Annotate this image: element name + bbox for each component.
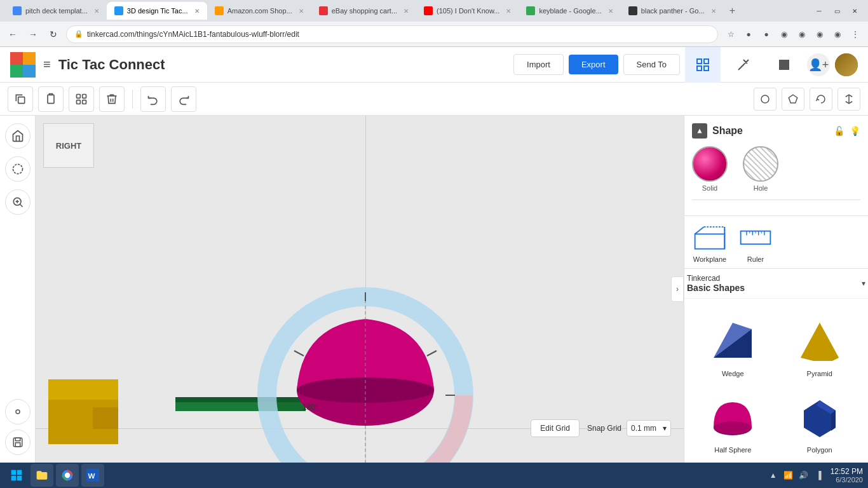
solid-color-circle[interactable] bbox=[692, 146, 728, 182]
workplane-tool[interactable]: Workplane bbox=[692, 221, 728, 263]
extension4-icon[interactable]: ◉ bbox=[794, 27, 810, 42]
save-button[interactable] bbox=[5, 430, 31, 455]
expand-button[interactable] bbox=[5, 399, 31, 424]
bookmark-icon[interactable]: ☆ bbox=[723, 27, 738, 42]
group-button[interactable] bbox=[69, 86, 94, 112]
library-dropdown-icon[interactable]: ▾ bbox=[862, 279, 865, 288]
extension2-icon[interactable]: ● bbox=[759, 27, 774, 42]
folder-icon bbox=[36, 469, 48, 482]
paste-button[interactable] bbox=[38, 86, 64, 112]
tab-favicon-key bbox=[526, 6, 535, 15]
forward-button[interactable]: → bbox=[25, 27, 41, 42]
tab-close-keyblade[interactable]: ✕ bbox=[608, 8, 613, 15]
shape-polygon[interactable]: Polygon bbox=[779, 388, 861, 459]
extension1-icon[interactable]: ● bbox=[741, 27, 756, 42]
taskbar-clock[interactable]: 12:52 PM 6/3/2020 bbox=[831, 467, 863, 484]
hole-color-circle[interactable] bbox=[743, 146, 778, 182]
pickaxe-button[interactable] bbox=[726, 47, 761, 83]
menu-grid-icon[interactable]: ≡ bbox=[43, 57, 51, 72]
maximize-button[interactable]: ▭ bbox=[829, 5, 845, 17]
library-header[interactable]: Tinkercad Basic Shapes ▾ bbox=[684, 269, 868, 299]
tab-amazon[interactable]: Amazon.com Shop... ✕ bbox=[207, 2, 311, 20]
shape-divider bbox=[692, 200, 860, 200]
group-icon bbox=[75, 93, 88, 105]
tab-close-amazon[interactable]: ✕ bbox=[299, 8, 304, 15]
url-bar[interactable]: 🔒 tinkercad.com/things/cYnMAicL1B1-fanta… bbox=[66, 25, 718, 43]
tab-3d-design[interactable]: 3D design Tic Tac... ✕ bbox=[107, 2, 207, 20]
rotation-button[interactable] bbox=[810, 88, 832, 111]
duplicate-button[interactable] bbox=[8, 86, 33, 112]
solid-option[interactable]: Solid bbox=[692, 146, 728, 192]
close-button[interactable]: ✕ bbox=[846, 5, 863, 17]
start-button[interactable] bbox=[5, 464, 28, 487]
snap-grid-input[interactable]: 0.1 mm ▾ bbox=[627, 420, 671, 437]
user-avatar[interactable] bbox=[835, 53, 858, 76]
taskbar-volume-icon[interactable]: 🔊 bbox=[797, 469, 810, 482]
zoom-button[interactable] bbox=[5, 189, 31, 215]
polygon-mode-button[interactable] bbox=[782, 88, 804, 111]
windows-icon bbox=[10, 469, 23, 482]
shape-collapse-button[interactable] bbox=[692, 123, 707, 139]
light-icon[interactable]: 💡 bbox=[850, 126, 860, 136]
file-explorer-button[interactable] bbox=[31, 464, 53, 487]
tinkercad-logo[interactable] bbox=[10, 52, 36, 78]
polygon-label: Polygon bbox=[807, 446, 832, 454]
tab-close-3d[interactable]: ✕ bbox=[194, 8, 200, 15]
menu-icon[interactable]: ⋮ bbox=[848, 27, 863, 42]
ruler-tool[interactable]: Ruler bbox=[738, 221, 773, 263]
refresh-button[interactable]: ↻ bbox=[46, 27, 61, 42]
back-button[interactable]: ← bbox=[5, 27, 20, 42]
tab-youtube[interactable]: (105) I Don't Know... ✕ bbox=[416, 2, 519, 20]
box-button[interactable] bbox=[766, 47, 802, 83]
shape-half-sphere[interactable]: Half Sphere bbox=[692, 388, 774, 459]
undo-button[interactable] bbox=[140, 86, 166, 112]
tab-favicon-ebay bbox=[319, 6, 328, 15]
shape-mode-button[interactable] bbox=[754, 88, 776, 111]
extension6-icon[interactable]: ◉ bbox=[830, 27, 845, 42]
word-taskbar-button[interactable]: W bbox=[81, 464, 104, 487]
grid-view-button[interactable] bbox=[685, 47, 721, 83]
yellow-block-1[interactable] bbox=[48, 379, 118, 400]
tab-ebay[interactable]: eBay shopping cart... ✕ bbox=[311, 2, 416, 20]
tab-keyblade[interactable]: keyblade - Google... ✕ bbox=[519, 2, 620, 20]
taskbar-battery-icon[interactable]: ▐ bbox=[813, 469, 825, 482]
word-icon: W bbox=[86, 469, 99, 482]
tab-pitch-deck[interactable]: pitch deck templat... ✕ bbox=[5, 2, 107, 20]
select-button[interactable] bbox=[5, 156, 31, 182]
snap-grid-label: Snap Grid bbox=[587, 424, 621, 433]
canvas-area[interactable]: RIGHT bbox=[36, 116, 684, 463]
send-to-button[interactable]: Send To bbox=[623, 54, 680, 75]
toolbar-right bbox=[754, 88, 860, 111]
shape-pyramid[interactable]: Pyramid bbox=[779, 311, 861, 383]
address-bar: ← → ↻ 🔒 tinkercad.com/things/cYnMAicL1B1… bbox=[0, 22, 868, 47]
taskbar-arrow-icon[interactable]: ▲ bbox=[767, 469, 780, 482]
redo-button[interactable] bbox=[171, 86, 196, 112]
new-tab-button[interactable]: + bbox=[724, 2, 742, 20]
tab-close-ebay[interactable]: ✕ bbox=[403, 8, 409, 15]
lock-shape-icon[interactable]: 🔓 bbox=[834, 126, 844, 136]
edit-grid-button[interactable]: Edit Grid bbox=[531, 419, 580, 437]
home-button[interactable] bbox=[5, 123, 31, 149]
tab-close-youtube[interactable]: ✕ bbox=[506, 8, 511, 15]
add-user-button[interactable]: 👤+ bbox=[807, 53, 830, 76]
minimize-button[interactable]: ─ bbox=[811, 5, 827, 17]
tab-close-black-panther[interactable]: ✕ bbox=[711, 8, 716, 15]
extension5-icon[interactable]: ◉ bbox=[812, 27, 827, 42]
export-button[interactable]: Export bbox=[569, 55, 618, 74]
extension3-icon[interactable]: ◉ bbox=[776, 27, 792, 42]
tab-close-pitch[interactable]: ✕ bbox=[94, 8, 99, 15]
tab-favicon-3d bbox=[114, 6, 123, 15]
tab-black-panther[interactable]: black panther - Go... ✕ bbox=[621, 2, 724, 20]
taskbar-network-icon[interactable]: 📶 bbox=[782, 469, 795, 482]
chrome-taskbar-button[interactable] bbox=[56, 464, 79, 487]
panel-collapse-button[interactable]: › bbox=[671, 276, 684, 302]
svg-rect-22 bbox=[15, 438, 20, 441]
shape-wedge[interactable]: Wedge bbox=[692, 311, 774, 383]
import-button[interactable]: Import bbox=[513, 54, 564, 75]
svg-rect-6 bbox=[18, 97, 25, 103]
hole-option[interactable]: Hole bbox=[743, 146, 778, 192]
tick-left bbox=[294, 351, 304, 356]
delete-button[interactable] bbox=[99, 86, 125, 112]
svg-marker-13 bbox=[789, 95, 797, 103]
mirror-button[interactable] bbox=[837, 88, 860, 111]
